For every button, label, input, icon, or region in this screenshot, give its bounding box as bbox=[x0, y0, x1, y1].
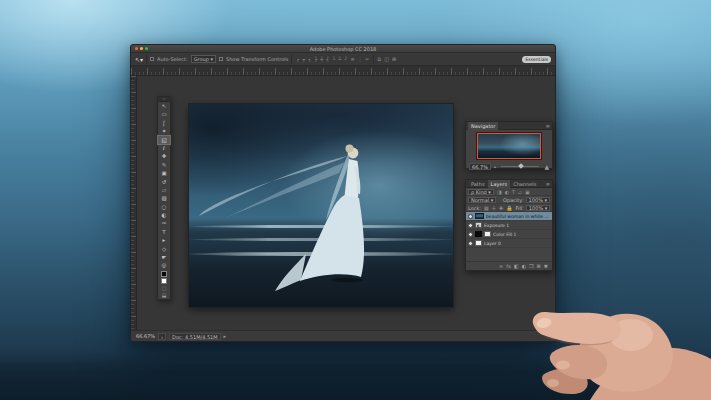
zoom-in-icon[interactable]: ▲ bbox=[544, 163, 549, 170]
icon[interactable]: ◐ bbox=[504, 189, 510, 195]
zoom-tool[interactable]: ◎ bbox=[158, 261, 170, 269]
navigator-zoom-field[interactable]: 66.7% bbox=[469, 163, 491, 170]
clone-stamp-tool[interactable]: ▣ bbox=[158, 169, 170, 177]
desktop-scene: Adobe Photoshop CC 2018 ↖▾ Auto-Select: … bbox=[0, 0, 711, 400]
icon[interactable]: 🔒 bbox=[505, 205, 513, 211]
lasso-tool[interactable]: ʃ bbox=[158, 119, 170, 127]
icon[interactable]: ┬ bbox=[301, 56, 306, 62]
history-brush-tool[interactable]: ↺ bbox=[158, 178, 170, 186]
document-canvas[interactable] bbox=[189, 104, 453, 307]
marquee-tool[interactable]: ▭ bbox=[158, 110, 170, 118]
quick-selection-tool[interactable]: ✦ bbox=[158, 127, 170, 135]
blend-mode-dropdown[interactable]: Normal ▾ bbox=[468, 197, 496, 203]
new-layer-icon[interactable]: ⊞ bbox=[537, 263, 541, 269]
icon[interactable]: ⧉ bbox=[377, 56, 383, 63]
crop-tool[interactable]: ◱ bbox=[158, 136, 170, 144]
fill-layer-thumbnail[interactable] bbox=[475, 231, 482, 237]
visibility-eye-icon[interactable] bbox=[468, 241, 473, 246]
icon[interactable]: ◫ bbox=[383, 56, 390, 63]
show-transform-label: Show Transform Controls bbox=[226, 56, 288, 62]
workspace-switcher-button[interactable]: Essentials bbox=[522, 56, 551, 63]
brush-tool[interactable]: ✎ bbox=[158, 161, 170, 169]
auto-select-checkbox[interactable] bbox=[150, 57, 154, 61]
delete-layer-icon[interactable]: ✖ bbox=[544, 263, 548, 269]
hand-tool[interactable]: ☛ bbox=[158, 253, 170, 261]
status-chevron[interactable]: › bbox=[158, 333, 166, 340]
tab-navigator[interactable]: Navigator bbox=[468, 122, 498, 130]
type-tool[interactable]: T bbox=[158, 228, 170, 236]
layer-name: Layer 0 bbox=[484, 241, 501, 246]
dodge-tool[interactable]: ◐ bbox=[158, 211, 170, 219]
icon[interactable]: ┌ bbox=[295, 56, 300, 62]
icon[interactable]: ≡ bbox=[349, 56, 355, 62]
tab-layers[interactable]: Layers bbox=[488, 180, 511, 188]
screen-mode-button[interactable]: ⬓ bbox=[158, 292, 170, 299]
icon[interactable]: ✚ bbox=[498, 205, 504, 211]
icon[interactable]: ├ bbox=[313, 56, 318, 62]
icon[interactable]: ┼ bbox=[319, 56, 324, 62]
move-tool[interactable]: ↖ bbox=[158, 102, 170, 110]
icon[interactable]: ▦ bbox=[483, 205, 490, 211]
layer-name: Exposure 1 bbox=[484, 223, 509, 228]
icon[interactable]: ◨ bbox=[496, 189, 503, 195]
visibility-eye-icon[interactable] bbox=[468, 232, 473, 237]
layer-row[interactable]: Layer 0 bbox=[466, 239, 552, 248]
shape-tool[interactable]: ◇ bbox=[158, 245, 170, 253]
icon[interactable]: ⊞ bbox=[391, 56, 397, 63]
eyedropper-tool[interactable]: ℓ bbox=[158, 144, 170, 152]
opacity-field[interactable]: 100% ▾ bbox=[526, 197, 550, 203]
background-color-swatch[interactable] bbox=[161, 278, 167, 284]
quick-mask-button[interactable]: ▢ bbox=[158, 285, 170, 292]
icon[interactable]: ┐ bbox=[307, 56, 312, 62]
layer-thumbnail[interactable] bbox=[475, 240, 482, 246]
link-layers-icon[interactable]: ∞ bbox=[499, 263, 503, 269]
panel-menu-icon[interactable]: ≡ bbox=[546, 181, 550, 187]
layer-row[interactable]: ◐Exposure 1 bbox=[466, 221, 552, 230]
zoom-level-field[interactable]: 66.67% bbox=[136, 333, 155, 339]
filter-kind-dropdown[interactable]: ρ Kind ▾ bbox=[468, 189, 494, 195]
healing-brush-tool[interactable]: ✚ bbox=[158, 152, 170, 160]
eraser-tool[interactable]: ▱ bbox=[158, 186, 170, 194]
icon[interactable]: └ bbox=[331, 56, 336, 62]
layer-mask-icon[interactable]: ◧ bbox=[514, 263, 519, 269]
icon[interactable]: ⋮ bbox=[357, 56, 364, 62]
zoom-out-icon[interactable]: ▴ bbox=[494, 164, 496, 169]
status-arrow-icon[interactable]: ▸ bbox=[224, 333, 227, 339]
new-group-icon[interactable]: ❒ bbox=[529, 263, 533, 269]
path-selection-tool[interactable]: ▸ bbox=[158, 236, 170, 244]
visibility-eye-icon[interactable] bbox=[468, 223, 473, 228]
adjustment-layer-icon[interactable]: ◐ bbox=[522, 263, 526, 269]
layer-thumbnail[interactable] bbox=[475, 213, 484, 219]
divider bbox=[146, 55, 147, 64]
icon[interactable]: ┘ bbox=[343, 56, 348, 62]
tab-paths[interactable]: Paths bbox=[468, 180, 488, 188]
pen-tool[interactable]: ✑ bbox=[158, 219, 170, 227]
navigator-thumbnail[interactable] bbox=[477, 133, 541, 159]
layer-mask-thumbnail[interactable] bbox=[484, 231, 491, 237]
icon[interactable]: ▣ bbox=[524, 189, 531, 195]
icon[interactable]: T bbox=[511, 189, 516, 195]
tab-channels[interactable]: Channels bbox=[510, 180, 539, 188]
navigator-zoom-slider[interactable] bbox=[499, 163, 541, 170]
blend-mode-row: Normal ▾ Opacity: 100% ▾ bbox=[466, 196, 552, 204]
blur-tool[interactable]: ○ bbox=[158, 203, 170, 211]
fill-field[interactable]: 100% ▾ bbox=[526, 205, 550, 211]
adjustment-layer-icon[interactable]: ◐ bbox=[475, 222, 482, 228]
index-fingernail bbox=[556, 361, 570, 370]
layer-row[interactable]: Color Fill 1 bbox=[466, 230, 552, 239]
foreground-color-swatch[interactable] bbox=[161, 271, 167, 277]
icon[interactable]: ═ bbox=[365, 56, 370, 62]
icon[interactable]: ┤ bbox=[325, 56, 330, 62]
auto-select-dropdown[interactable]: Group ▾ bbox=[191, 55, 216, 63]
layer-row[interactable]: beautiful woman in white dress on the be… bbox=[466, 212, 552, 221]
icon[interactable]: ┴ bbox=[337, 56, 342, 62]
layers-filter-row: ρ Kind ▾ ◨◐T▱▣ bbox=[466, 188, 552, 196]
visibility-eye-icon[interactable] bbox=[468, 214, 473, 219]
layer-style-icon[interactable]: fx bbox=[506, 263, 511, 269]
icon[interactable]: ▱ bbox=[517, 189, 523, 195]
icon[interactable]: ✛ bbox=[491, 205, 497, 211]
gradient-tool[interactable]: ▨ bbox=[158, 194, 170, 202]
panel-menu-icon[interactable]: ≡ bbox=[546, 123, 550, 129]
move-tool-preset-icon[interactable]: ↖▾ bbox=[135, 56, 143, 63]
show-transform-checkbox[interactable] bbox=[219, 57, 223, 61]
